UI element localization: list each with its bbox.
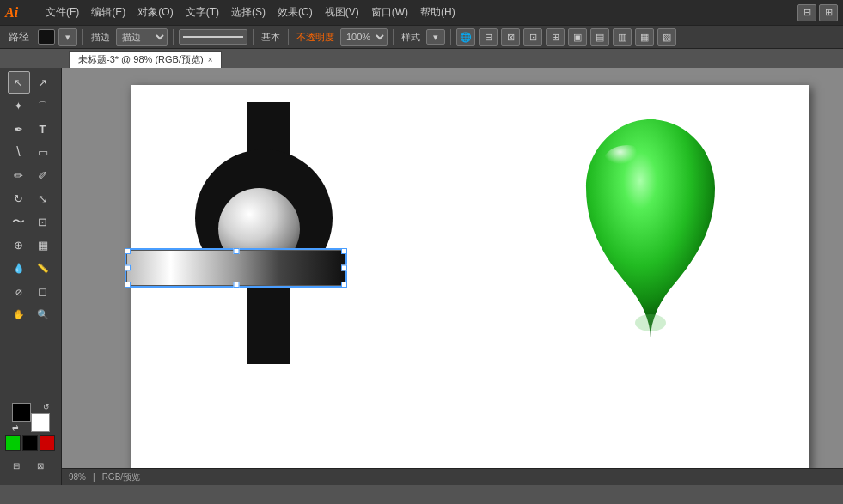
tool-row-3: ✒ T [2, 118, 59, 140]
globe-btn[interactable]: 🌐 [456, 28, 475, 46]
sep5 [393, 29, 394, 45]
tool-warp[interactable]: 〜 [8, 210, 30, 233]
handle-br [341, 282, 347, 288]
tool-magic-wand[interactable]: ✦ [8, 94, 30, 117]
tab-title: 未标题-3* @ 98% (RGB/预览) [78, 53, 204, 66]
tool-eyedrop[interactable]: 💧 [8, 257, 30, 279]
align-btn8[interactable]: ▦ [635, 28, 654, 46]
status-separator: | [93, 472, 95, 482]
extra-swatches [5, 435, 56, 451]
sep6 [450, 29, 451, 45]
handle-mr [341, 265, 347, 271]
tool-direct-selection[interactable]: ↗ [32, 71, 54, 94]
tool-row-6: ↻ ⤡ [2, 187, 59, 209]
tool-chart[interactable]: ▦ [32, 234, 54, 256]
tool-row-11: ✋ 🔍 [2, 303, 59, 325]
green-teardrop-group [560, 106, 741, 358]
handle-bl [125, 282, 131, 288]
arrange-btn[interactable]: ⊞ [819, 4, 838, 21]
left-toolbar: ↖ ↗ ✦ ⌒ ✒ T \ ▭ ✏ ✐ ↻ ⤡ 〜 ⊡ ⊕ ▦ [0, 68, 62, 485]
align-btn3[interactable]: ⊡ [523, 28, 542, 46]
selected-gradient-rect[interactable] [126, 250, 345, 286]
opacity-select[interactable]: 100% [340, 28, 388, 46]
menu-effect[interactable]: 效果(C) [272, 3, 318, 21]
menu-select[interactable]: 选择(S) [226, 3, 271, 21]
document-tab[interactable]: 未标题-3* @ 98% (RGB/预览) × [69, 51, 222, 68]
fill-type-btn[interactable]: ▾ [58, 28, 77, 46]
handle-tr [341, 248, 347, 254]
tool-lasso[interactable]: ⌒ [32, 94, 54, 117]
tool-measure[interactable]: 📏 [32, 257, 54, 279]
sep4 [288, 29, 289, 45]
handle-tm [233, 248, 239, 254]
artboard [131, 85, 809, 471]
foreground-color-swatch[interactable] [12, 403, 31, 422]
tool-pen[interactable]: ✒ [8, 118, 30, 140]
top-right-icons: ⊟ ⊞ [797, 4, 838, 21]
teardrop-bottom-reflection [635, 314, 666, 331]
menu-file[interactable]: 文件(F) [40, 3, 84, 21]
menu-object[interactable]: 对象(O) [132, 3, 178, 21]
fill-color-btn[interactable] [38, 29, 55, 45]
sep1 [82, 29, 83, 45]
main-toolbar: 路径 ▾ 描边 描边 基本 不透明度 100% 样式 ▾ 🌐 ⊟ ⊠ ⊡ ⊞ ▣… [0, 25, 843, 49]
menu-help[interactable]: 帮助(H) [415, 3, 461, 21]
align-btn4[interactable]: ⊞ [546, 28, 565, 46]
align-btn2[interactable]: ⊠ [501, 28, 520, 46]
menu-text[interactable]: 文字(T) [180, 3, 224, 21]
handle-ml [125, 265, 131, 271]
status-mode: RGB/预览 [102, 471, 140, 483]
basic-label: 基本 [259, 31, 283, 44]
status-bar: 98% | RGB/预览 [62, 468, 843, 485]
black-swatch[interactable] [22, 435, 38, 451]
black-cross-shape [182, 102, 354, 368]
tab-close-btn[interactable]: × [208, 55, 213, 64]
path-label: 路径 [3, 28, 34, 46]
menu-view[interactable]: 视图(V) [320, 3, 364, 21]
stroke-select[interactable]: 描边 [116, 28, 168, 46]
tool-zoom[interactable]: 🔍 [32, 303, 54, 325]
tool-line[interactable]: \ [8, 141, 30, 163]
tool-rotate[interactable]: ↻ [8, 187, 30, 209]
tool-symbol[interactable]: ⊕ [8, 234, 30, 256]
tool-row-1: ↖ ↗ [2, 71, 59, 94]
reset-color-icon[interactable]: ↺ [43, 403, 50, 411]
tool-hand[interactable]: ✋ [8, 303, 30, 325]
tool-row-9: 💧 📏 [2, 257, 59, 279]
align-btn1[interactable]: ⊟ [479, 28, 498, 46]
teardrop-path [586, 119, 715, 338]
tool-row-10: ⌀ ◻ [2, 280, 59, 302]
align-btn7[interactable]: ▥ [613, 28, 632, 46]
main-area: ↖ ↗ ✦ ⌒ ✒ T \ ▭ ✏ ✐ ↻ ⤡ 〜 ⊡ ⊕ ▦ [0, 68, 843, 485]
tool-text[interactable]: T [32, 118, 54, 140]
green-swatch[interactable] [5, 435, 21, 451]
menu-window[interactable]: 窗口(W) [366, 3, 413, 21]
tool-extra1[interactable]: ⊟ [5, 454, 27, 477]
tool-selection[interactable]: ↖ [8, 71, 30, 94]
tool-row-5: ✏ ✐ [2, 164, 59, 186]
stroke-label: 描边 [89, 31, 113, 44]
style-btn[interactable]: ▾ [426, 29, 445, 45]
green-teardrop-svg [560, 106, 741, 355]
tool-eraser[interactable]: ◻ [32, 280, 54, 302]
menu-edit[interactable]: 编辑(E) [86, 3, 131, 21]
tool-extra2[interactable]: ⊠ [29, 454, 52, 477]
red-swatch[interactable] [40, 435, 55, 451]
swap-color-icon[interactable]: ⇄ [12, 423, 19, 432]
align-btn6[interactable]: ▤ [590, 28, 609, 46]
teardrop-shine [603, 145, 651, 179]
tool-scale[interactable]: ⤡ [32, 187, 54, 209]
style-label: 样式 [399, 31, 423, 44]
align-btn5[interactable]: ▣ [568, 28, 587, 46]
sep2 [173, 29, 174, 45]
tool-slice[interactable]: ⌀ [8, 280, 30, 302]
tool-paintbrush[interactable]: ✏ [8, 164, 30, 186]
status-zoom: 98% [69, 472, 86, 482]
tool-free-transform[interactable]: ⊡ [32, 210, 54, 233]
tool-pencil[interactable]: ✐ [32, 164, 54, 186]
align-btn9[interactable]: ▧ [657, 28, 676, 46]
tool-rect[interactable]: ▭ [32, 141, 54, 163]
background-color-swatch[interactable] [31, 413, 50, 432]
workspace-btn[interactable]: ⊟ [797, 4, 816, 21]
tool-row-7: 〜 ⊡ [2, 210, 59, 233]
